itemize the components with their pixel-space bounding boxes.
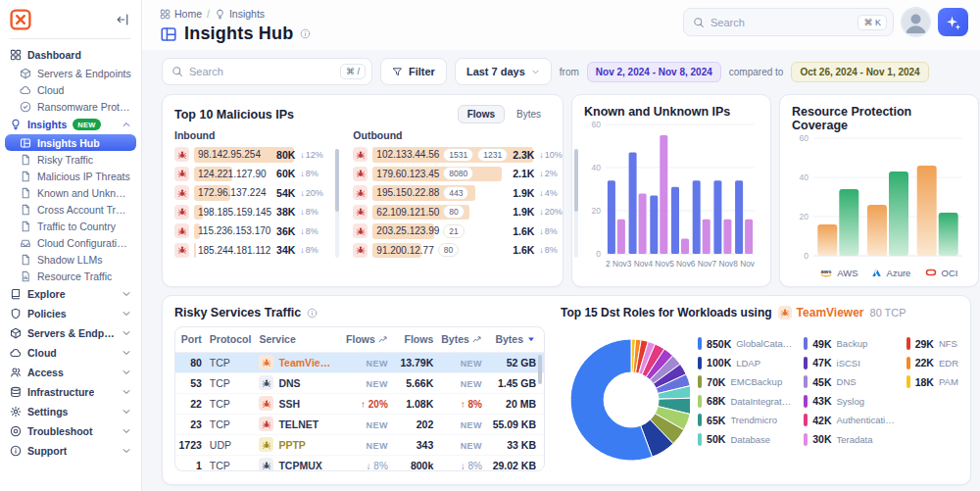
malicious-ip-row[interactable]: 91.200.12.77801.6K↓8%	[353, 241, 570, 261]
malicious-ip-icon	[174, 147, 189, 162]
scrollbar-thumb[interactable]	[574, 149, 578, 212]
sidebar-item-risky-traffic[interactable]: Risky Traffic	[5, 151, 136, 168]
table-row-dns[interactable]: 53TCPDNSNEW5.66KNEW1.45 GB	[175, 372, 544, 393]
sidebar-item-cross-account-traffic[interactable]: Cross Account Traffic	[5, 201, 136, 218]
collapse-sidebar-icon[interactable]	[116, 13, 129, 26]
sidebar-item-ransomware-protecti[interactable]: Ransomware Protecti…	[5, 98, 136, 115]
sidebar-item-settings[interactable]: Settings	[5, 402, 136, 421]
toggle-option-bytes[interactable]: Bytes	[507, 105, 551, 123]
sidebar-item-support[interactable]: Support	[5, 441, 136, 461]
bug-icon	[356, 188, 366, 198]
sidebar-item-troubleshoot[interactable]: Troubleshoot	[5, 421, 136, 441]
malicious-ip-row[interactable]: 185.244.181.11234K↓8%	[174, 241, 331, 261]
column-header-flows[interactable]: Flows	[344, 327, 396, 352]
user-avatar[interactable]	[902, 8, 930, 36]
sidebar-item-cloud[interactable]: Cloud	[5, 343, 136, 363]
table-scrollbar[interactable]	[538, 355, 542, 384]
malicious-ip-row[interactable]: 98.142.95.25480K↓12%	[174, 145, 331, 165]
date-range-select[interactable]: Last 7 days	[455, 58, 552, 85]
scrollbar-thumb[interactable]	[335, 149, 339, 212]
legend-item-backup[interactable]: 49KBackup	[804, 337, 894, 350]
legend-item-emcbackup[interactable]: 70KEMCBackup	[698, 375, 792, 388]
table-row-pptp[interactable]: 1723UDPPPTPNEW343NEW33 KB	[175, 434, 544, 455]
legend-value: 30K	[812, 433, 831, 445]
sidebar-item-known-and-unknown-i[interactable]: Known and Unknown I…	[5, 184, 136, 201]
malicious-ip-row[interactable]: 115.236.153.17036K↓8%	[174, 221, 331, 241]
table-row-tcpmux[interactable]: 1TCPTCPMUX↓ 8%800k↓ 8%29.02 KB	[175, 455, 544, 471]
malicious-ip-row[interactable]: 102.133.44.56153112312.3K↓10%	[353, 145, 570, 165]
dst-roles-title-text: Top 15 Dst Roles for Workloads using	[561, 306, 772, 319]
inbound-scrollbar[interactable]	[335, 149, 339, 258]
dashboard-search-input[interactable]: Search ⌘ /	[162, 58, 372, 85]
outbound-scrollbar[interactable]	[574, 149, 578, 258]
legend-item-authenticati[interactable]: 42KAuthenticati…	[804, 414, 894, 426]
filter-button[interactable]: Filter	[380, 58, 447, 85]
table-row-telnet[interactable]: 23TCPTELNETNEW202NEW55.09 KB	[175, 414, 544, 434]
legend-value: 43K	[812, 395, 831, 407]
legend-item-globalcata[interactable]: 850KGlobalCata…	[698, 337, 792, 350]
malicious-ip-row[interactable]: 124.221.127.9060K↓8%	[174, 165, 331, 184]
legend-item-edr[interactable]: 22KEDR	[906, 357, 958, 369]
legend-item-database[interactable]: 50KDatabase	[698, 433, 792, 446]
legend-item-trendmicro[interactable]: 65KTrendmicro	[698, 414, 792, 426]
sidebar-item-insights[interactable]: InsightsNEW	[5, 115, 136, 134]
sidebar-item-resource-traffic[interactable]: Resource Traffic	[5, 268, 136, 284]
legend-item-syslog[interactable]: 43KSyslog	[804, 395, 894, 408]
legend-item-teradata[interactable]: 30KTeradata	[804, 433, 894, 446]
sidebar-item-shadow-llms[interactable]: Shadow LLMs	[5, 251, 136, 268]
column-header-port[interactable]: Port	[175, 327, 210, 352]
primary-date-range[interactable]: Nov 2, 2024 - Nov 8, 2024	[587, 62, 721, 82]
sidebar-item-insights-hub[interactable]: Insights Hub	[5, 134, 136, 151]
sidebar-item-infrastructure[interactable]: Infrastructure	[5, 382, 136, 402]
malicious-ip-row[interactable]: 172.96.137.22454K↓20%	[174, 183, 331, 203]
malicious-ip-row[interactable]: 203.25.123.99211.6K↓8%	[353, 221, 570, 241]
malicious-ip-row[interactable]: 198.185.159.14538K↓8%	[174, 203, 331, 222]
service-icon	[259, 375, 273, 390]
column-header-protocol[interactable]: Protocol	[210, 327, 260, 352]
bug-icon	[262, 440, 271, 450]
book-icon	[10, 288, 22, 300]
malicious-ip-row[interactable]: 62.109.121.50801.9K↓20%	[353, 203, 570, 222]
flows-cell: 343	[396, 434, 441, 455]
sidebar-item-traffic-to-country[interactable]: Traffic to Country	[5, 218, 136, 234]
column-header-service[interactable]: Service	[259, 327, 343, 352]
info-icon[interactable]	[307, 308, 318, 319]
toggle-option-flows[interactable]: Flows	[458, 105, 505, 123]
sidebar-item-cloud-configurations[interactable]: Cloud Configurations	[5, 234, 136, 251]
legend-item-ldap[interactable]: 100KLDAP	[698, 357, 792, 369]
legend-item-dataintegrat[interactable]: 68KDataIntegrat…	[698, 395, 792, 408]
breadcrumb-insights[interactable]: Insights	[215, 8, 265, 20]
malicious-ip-row[interactable]: 179.60.123.4580802.1K↓2%	[353, 165, 570, 184]
sidebar-item-explore[interactable]: Explore	[5, 284, 136, 304]
sidebar-item-policies[interactable]: Policies	[5, 304, 136, 323]
table-row-teamvie[interactable]: 80TCPTeamVie…NEW13.79KNEW52 GB	[175, 352, 544, 372]
malicious-ip-icon	[353, 147, 368, 162]
table-row-ssh[interactable]: 22TCPSSH↑ 20%1.08K↑ 8%20 MB	[175, 393, 544, 414]
compare-date-range[interactable]: Oct 26, 2024 - Nov 1, 2024	[791, 62, 928, 82]
malicious-ip-row[interactable]: 195.150.22.884431.9K↓4%	[353, 183, 570, 203]
breadcrumb-home[interactable]: Home	[160, 8, 202, 20]
sidebar-item-cloud[interactable]: Cloud	[5, 81, 136, 98]
column-header-flows[interactable]: Flows	[396, 327, 441, 352]
legend-item-nfs[interactable]: 29KNFS	[906, 337, 958, 350]
legend-label: iSCSI	[837, 358, 860, 368]
info-icon[interactable]	[300, 28, 311, 39]
sidebar-item-access[interactable]: Access	[5, 363, 136, 382]
column-header-bytes[interactable]: Bytes	[490, 327, 544, 352]
sidebar-header	[0, 0, 141, 35]
ai-assistant-button[interactable]	[938, 8, 968, 36]
sidebar-item-malicious-ip-threats[interactable]: Malicious IP Threats	[5, 168, 136, 184]
sidebar-item-dashboard[interactable]: Dashboard	[5, 45, 136, 65]
sidebar-item-label: Risky Traffic	[37, 154, 93, 166]
column-label: Flows	[346, 333, 375, 345]
svg-text:5 Nov: 5 Nov	[669, 259, 692, 269]
column-header-bytes[interactable]: Bytes	[441, 327, 490, 352]
sidebar-item-label: Cloud Configurations	[37, 237, 131, 249]
sidebar-item-servers-endpoints[interactable]: Servers & Endpoints	[5, 65, 136, 81]
legend-item-pam[interactable]: 18KPAM	[906, 375, 958, 388]
legend-item-dns[interactable]: 45KDNS	[804, 375, 894, 388]
legend-item-iscsi[interactable]: 47KiSCSI	[804, 357, 894, 369]
ip-address: 102.133.44.5615311231	[372, 148, 508, 162]
sidebar-item-servers-endpoints[interactable]: Servers & Endpoints	[5, 323, 136, 343]
global-search-input[interactable]: Search ⌘ K	[683, 8, 894, 36]
